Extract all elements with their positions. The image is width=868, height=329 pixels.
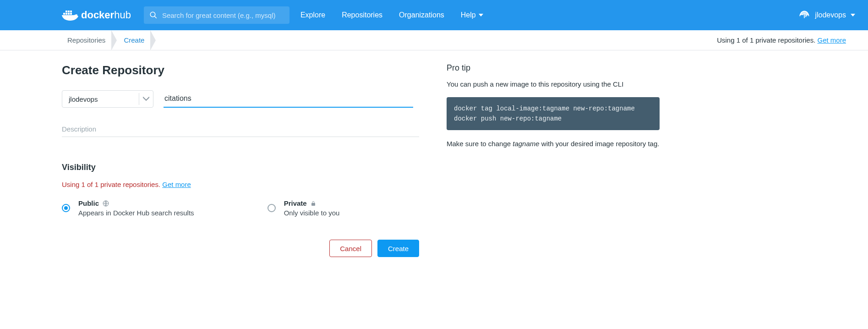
pro-tip-panel: Pro tip You can push a new image to this… bbox=[447, 63, 660, 257]
quota-text: Using 1 of 1 private repositories. bbox=[717, 36, 817, 44]
svg-rect-5 bbox=[68, 11, 70, 12]
note-pre: Make sure to change bbox=[447, 140, 513, 148]
chevron-down-icon bbox=[851, 14, 855, 16]
cancel-button[interactable]: Cancel bbox=[329, 240, 372, 257]
page-title: Create Repository bbox=[62, 63, 419, 77]
get-more-link[interactable]: Get more bbox=[162, 181, 191, 188]
svg-rect-6 bbox=[70, 11, 72, 12]
namespace-value: jlodevops bbox=[69, 95, 98, 103]
code-block: docker tag local-image:tagname new-repo:… bbox=[447, 97, 660, 131]
svg-rect-4 bbox=[66, 11, 67, 12]
visibility-quota: Using 1 of 1 private repositories. Get m… bbox=[62, 181, 419, 188]
description-input[interactable] bbox=[62, 121, 419, 137]
nav-help-label: Help bbox=[461, 11, 476, 19]
public-desc: Appears in Docker Hub search results bbox=[78, 209, 194, 217]
namespace-select[interactable]: jlodevops bbox=[62, 90, 153, 108]
visibility-heading: Visibility bbox=[62, 163, 419, 172]
public-label: Public bbox=[78, 199, 99, 207]
lock-icon bbox=[311, 200, 316, 207]
protip-heading: Pro tip bbox=[447, 63, 660, 73]
logo-text: dockerhub bbox=[81, 9, 131, 21]
radio-icon bbox=[267, 204, 276, 212]
fingerprint-icon bbox=[798, 9, 810, 21]
breadcrumb-repositories[interactable]: Repositories bbox=[62, 36, 112, 44]
svg-rect-2 bbox=[68, 13, 70, 15]
nav-help[interactable]: Help bbox=[461, 11, 483, 19]
search-input[interactable] bbox=[162, 11, 284, 19]
breadcrumb-create[interactable]: Create bbox=[117, 36, 151, 44]
protip-note: Make sure to change tagname with your de… bbox=[447, 138, 660, 149]
search-box[interactable] bbox=[144, 6, 289, 24]
visibility-public[interactable]: Public Appears in Docker Hub search resu… bbox=[62, 199, 194, 217]
user-menu[interactable]: jlodevops bbox=[798, 9, 855, 21]
svg-rect-0 bbox=[63, 13, 65, 15]
protip-intro: You can push a new image to this reposit… bbox=[447, 79, 660, 90]
breadcrumb-bar: Repositories Create Using 1 of 1 private… bbox=[0, 30, 868, 50]
note-post: with your desired image repository tag. bbox=[540, 140, 660, 148]
svg-rect-3 bbox=[70, 13, 72, 15]
nav-links: Explore Repositories Organizations Help bbox=[300, 11, 483, 19]
radio-icon bbox=[62, 204, 70, 212]
quota-text: Using 1 of 1 private repositories. bbox=[62, 181, 162, 188]
docker-logo[interactable]: dockerhub bbox=[62, 9, 131, 21]
svg-point-7 bbox=[150, 12, 155, 17]
note-em: tagname bbox=[513, 140, 539, 148]
get-more-link[interactable]: Get more bbox=[817, 36, 846, 44]
quota-summary: Using 1 of 1 private repositories. Get m… bbox=[717, 36, 855, 44]
private-desc: Only visible to you bbox=[284, 209, 340, 217]
svg-rect-1 bbox=[66, 13, 67, 15]
top-nav: dockerhub Explore Repositories Organizat… bbox=[0, 0, 868, 30]
nav-repositories[interactable]: Repositories bbox=[342, 11, 382, 19]
create-form: Create Repository jlodevops Visibility U… bbox=[62, 63, 419, 257]
breadcrumb-separator bbox=[112, 30, 117, 50]
visibility-private[interactable]: Private Only visible to you bbox=[267, 199, 340, 217]
create-button[interactable]: Create bbox=[377, 240, 419, 257]
svg-line-8 bbox=[154, 16, 157, 18]
chevron-down-icon bbox=[143, 96, 149, 102]
private-label: Private bbox=[284, 199, 307, 207]
chevron-down-icon bbox=[479, 14, 483, 16]
globe-icon bbox=[103, 200, 109, 207]
search-icon bbox=[149, 11, 158, 19]
svg-rect-10 bbox=[311, 203, 315, 206]
repo-name-input[interactable] bbox=[164, 90, 413, 108]
nav-explore[interactable]: Explore bbox=[300, 11, 325, 19]
whale-icon bbox=[62, 9, 78, 21]
nav-organizations[interactable]: Organizations bbox=[399, 11, 444, 19]
username: jlodevops bbox=[815, 11, 846, 19]
breadcrumb-separator bbox=[151, 30, 156, 50]
